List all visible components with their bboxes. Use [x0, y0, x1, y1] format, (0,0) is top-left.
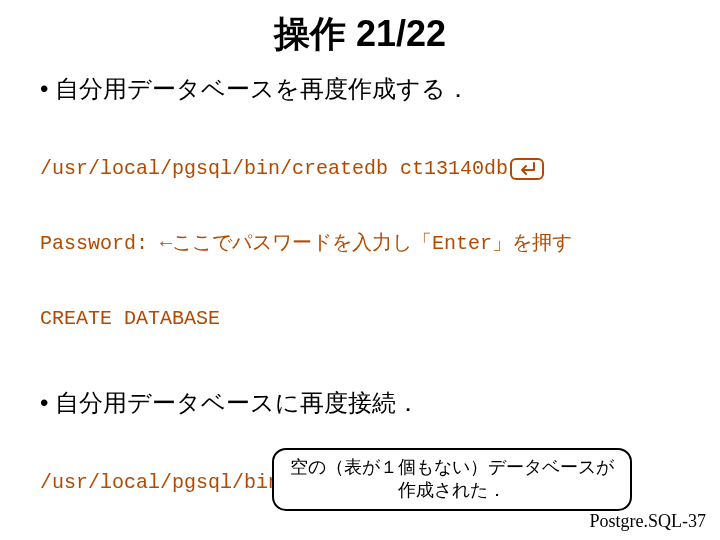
code-line: Password: ←ここでパスワードを入力し「Enter」を押す: [40, 231, 680, 256]
page-title: 操作 21/22: [40, 10, 680, 59]
bullet-connect-db: • 自分用データベースに再度接続．: [40, 387, 680, 418]
callout-empty-db: 空の（表が１個もない）データベースが 作成された．: [272, 448, 632, 511]
code-line: CREATE DATABASE: [40, 306, 680, 331]
slide-number: Postgre.SQL-37: [590, 511, 707, 532]
code-line: /usr/local/pgsql/bin/createdb ct13140db: [40, 156, 680, 181]
bullet-create-db: • 自分用データベースを再度作成する．: [40, 73, 680, 104]
enter-key-icon: [510, 158, 544, 180]
code-block-create: /usr/local/pgsql/bin/createdb ct13140db …: [40, 106, 680, 381]
